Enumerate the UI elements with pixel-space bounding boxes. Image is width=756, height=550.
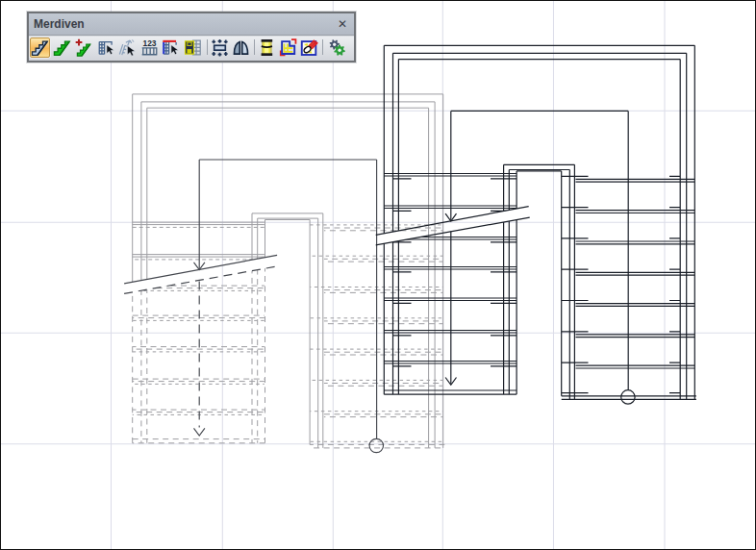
svg-text:123: 123: [143, 38, 157, 48]
